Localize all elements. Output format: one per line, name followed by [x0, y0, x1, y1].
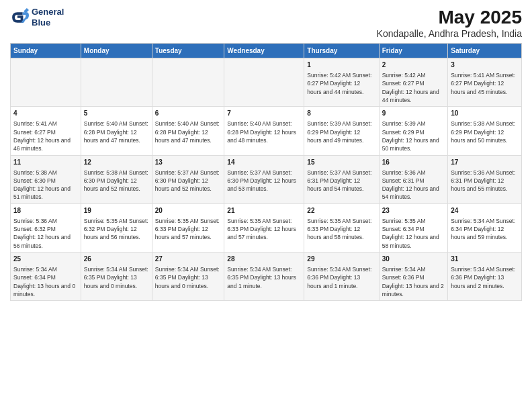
- day-number: 24: [451, 206, 519, 216]
- col-wednesday: Wednesday: [224, 44, 304, 58]
- calendar-header: Sunday Monday Tuesday Wednesday Thursday…: [11, 44, 522, 58]
- day-number: 21: [227, 206, 301, 216]
- cell-w0-d0: [11, 58, 81, 107]
- header: General Blue May 2025 Kondapalle, Andhra…: [10, 7, 522, 39]
- cell-w3-d4: 22Sunrise: 5:35 AM Sunset: 6:33 PM Dayli…: [304, 203, 379, 252]
- day-number: 7: [227, 109, 301, 118]
- day-info: Sunrise: 5:34 AM Sunset: 6:36 PM Dayligh…: [307, 265, 375, 290]
- day-number: 4: [13, 109, 78, 118]
- cell-w4-d2: 27Sunrise: 5:34 AM Sunset: 6:35 PM Dayli…: [152, 253, 224, 301]
- cell-w4-d5: 30Sunrise: 5:34 AM Sunset: 6:36 PM Dayli…: [379, 253, 448, 301]
- day-number: 9: [382, 109, 445, 118]
- day-info: Sunrise: 5:34 AM Sunset: 6:36 PM Dayligh…: [451, 265, 519, 290]
- day-info: Sunrise: 5:37 AM Sunset: 6:31 PM Dayligh…: [307, 169, 375, 193]
- day-number: 3: [451, 60, 519, 70]
- cell-w1-d6: 10Sunrise: 5:38 AM Sunset: 6:29 PM Dayli…: [448, 107, 522, 155]
- day-info: Sunrise: 5:38 AM Sunset: 6:30 PM Dayligh…: [13, 169, 78, 201]
- day-number: 31: [451, 255, 519, 264]
- cell-w2-d4: 15Sunrise: 5:37 AM Sunset: 6:31 PM Dayli…: [304, 155, 379, 203]
- day-info: Sunrise: 5:34 AM Sunset: 6:34 PM Dayligh…: [13, 265, 78, 298]
- day-info: Sunrise: 5:35 AM Sunset: 6:34 PM Dayligh…: [382, 217, 445, 250]
- day-info: Sunrise: 5:42 AM Sunset: 6:27 PM Dayligh…: [307, 71, 375, 96]
- day-number: 14: [227, 158, 301, 167]
- logo-line2: Blue: [32, 17, 64, 28]
- day-number: 18: [13, 206, 78, 216]
- day-info: Sunrise: 5:38 AM Sunset: 6:29 PM Dayligh…: [451, 120, 519, 144]
- cell-w0-d3: [224, 58, 304, 107]
- cell-w3-d0: 18Sunrise: 5:36 AM Sunset: 6:32 PM Dayli…: [11, 203, 81, 252]
- day-info: Sunrise: 5:35 AM Sunset: 6:32 PM Dayligh…: [84, 217, 149, 242]
- cell-w1-d1: 5Sunrise: 5:40 AM Sunset: 6:28 PM Daylig…: [81, 107, 152, 155]
- logo-icon: [10, 8, 29, 27]
- cell-w3-d6: 24Sunrise: 5:34 AM Sunset: 6:34 PM Dayli…: [448, 203, 522, 252]
- day-info: Sunrise: 5:42 AM Sunset: 6:27 PM Dayligh…: [382, 71, 445, 104]
- day-number: 19: [84, 206, 149, 216]
- page: General Blue May 2025 Kondapalle, Andhra…: [0, 0, 532, 411]
- week-row-3: 18Sunrise: 5:36 AM Sunset: 6:32 PM Dayli…: [11, 203, 522, 252]
- cell-w0-d4: 1Sunrise: 5:42 AM Sunset: 6:27 PM Daylig…: [304, 58, 379, 107]
- logo-text-block: General Blue: [32, 7, 64, 28]
- week-row-0: 1Sunrise: 5:42 AM Sunset: 6:27 PM Daylig…: [11, 58, 522, 107]
- day-number: 26: [84, 255, 149, 264]
- cell-w3-d5: 23Sunrise: 5:35 AM Sunset: 6:34 PM Dayli…: [379, 203, 448, 252]
- cell-w4-d0: 25Sunrise: 5:34 AM Sunset: 6:34 PM Dayli…: [11, 253, 81, 301]
- day-number: 11: [13, 158, 78, 167]
- day-info: Sunrise: 5:36 AM Sunset: 6:32 PM Dayligh…: [13, 217, 78, 250]
- logo: General Blue: [10, 7, 64, 28]
- col-saturday: Saturday: [448, 44, 522, 58]
- day-info: Sunrise: 5:36 AM Sunset: 6:31 PM Dayligh…: [382, 169, 445, 201]
- cell-w2-d5: 16Sunrise: 5:36 AM Sunset: 6:31 PM Dayli…: [379, 155, 448, 203]
- day-info: Sunrise: 5:39 AM Sunset: 6:29 PM Dayligh…: [307, 120, 375, 144]
- day-number: 20: [155, 206, 222, 216]
- day-info: Sunrise: 5:37 AM Sunset: 6:30 PM Dayligh…: [155, 169, 222, 193]
- subtitle: Kondapalle, Andhra Pradesh, India: [377, 28, 522, 39]
- day-number: 25: [13, 255, 78, 264]
- cell-w0-d5: 2Sunrise: 5:42 AM Sunset: 6:27 PM Daylig…: [379, 58, 448, 107]
- cell-w1-d0: 4Sunrise: 5:41 AM Sunset: 6:27 PM Daylig…: [11, 107, 81, 155]
- day-info: Sunrise: 5:41 AM Sunset: 6:27 PM Dayligh…: [13, 120, 78, 152]
- cell-w0-d6: 3Sunrise: 5:41 AM Sunset: 6:27 PM Daylig…: [448, 58, 522, 107]
- day-info: Sunrise: 5:41 AM Sunset: 6:27 PM Dayligh…: [451, 71, 519, 96]
- cell-w4-d3: 28Sunrise: 5:34 AM Sunset: 6:35 PM Dayli…: [224, 253, 304, 301]
- day-number: 15: [307, 158, 375, 167]
- day-info: Sunrise: 5:34 AM Sunset: 6:35 PM Dayligh…: [155, 265, 222, 290]
- col-tuesday: Tuesday: [152, 44, 224, 58]
- day-info: Sunrise: 5:40 AM Sunset: 6:28 PM Dayligh…: [84, 120, 149, 144]
- logo-line1: General: [32, 7, 64, 17]
- day-number: 13: [155, 158, 222, 167]
- day-info: Sunrise: 5:34 AM Sunset: 6:36 PM Dayligh…: [382, 265, 445, 298]
- day-info: Sunrise: 5:35 AM Sunset: 6:33 PM Dayligh…: [307, 217, 375, 242]
- day-info: Sunrise: 5:35 AM Sunset: 6:33 PM Dayligh…: [155, 217, 222, 242]
- cell-w2-d1: 12Sunrise: 5:38 AM Sunset: 6:30 PM Dayli…: [81, 155, 152, 203]
- day-info: Sunrise: 5:36 AM Sunset: 6:31 PM Dayligh…: [451, 169, 519, 193]
- day-info: Sunrise: 5:34 AM Sunset: 6:35 PM Dayligh…: [84, 265, 149, 290]
- cell-w2-d0: 11Sunrise: 5:38 AM Sunset: 6:30 PM Dayli…: [11, 155, 81, 203]
- week-row-4: 25Sunrise: 5:34 AM Sunset: 6:34 PM Dayli…: [11, 253, 522, 301]
- cell-w2-d6: 17Sunrise: 5:36 AM Sunset: 6:31 PM Dayli…: [448, 155, 522, 203]
- col-thursday: Thursday: [304, 44, 379, 58]
- day-info: Sunrise: 5:37 AM Sunset: 6:30 PM Dayligh…: [227, 169, 301, 193]
- cell-w3-d1: 19Sunrise: 5:35 AM Sunset: 6:32 PM Dayli…: [81, 203, 152, 252]
- week-row-1: 4Sunrise: 5:41 AM Sunset: 6:27 PM Daylig…: [11, 107, 522, 155]
- day-number: 12: [84, 158, 149, 167]
- cell-w1-d3: 7Sunrise: 5:40 AM Sunset: 6:28 PM Daylig…: [224, 107, 304, 155]
- cell-w2-d2: 13Sunrise: 5:37 AM Sunset: 6:30 PM Dayli…: [152, 155, 224, 203]
- calendar-table: Sunday Monday Tuesday Wednesday Thursday…: [10, 43, 522, 301]
- main-title: May 2025: [377, 7, 522, 28]
- day-info: Sunrise: 5:35 AM Sunset: 6:33 PM Dayligh…: [227, 217, 301, 242]
- cell-w0-d1: [81, 58, 152, 107]
- cell-w2-d3: 14Sunrise: 5:37 AM Sunset: 6:30 PM Dayli…: [224, 155, 304, 203]
- cell-w3-d2: 20Sunrise: 5:35 AM Sunset: 6:33 PM Dayli…: [152, 203, 224, 252]
- cell-w0-d2: [152, 58, 224, 107]
- cell-w4-d6: 31Sunrise: 5:34 AM Sunset: 6:36 PM Dayli…: [448, 253, 522, 301]
- col-monday: Monday: [81, 44, 152, 58]
- cell-w4-d1: 26Sunrise: 5:34 AM Sunset: 6:35 PM Dayli…: [81, 253, 152, 301]
- day-number: 10: [451, 109, 519, 118]
- day-number: 16: [382, 158, 445, 167]
- cell-w4-d4: 29Sunrise: 5:34 AM Sunset: 6:36 PM Dayli…: [304, 253, 379, 301]
- day-info: Sunrise: 5:40 AM Sunset: 6:28 PM Dayligh…: [155, 120, 222, 144]
- cell-w3-d3: 21Sunrise: 5:35 AM Sunset: 6:33 PM Dayli…: [224, 203, 304, 252]
- week-row-2: 11Sunrise: 5:38 AM Sunset: 6:30 PM Dayli…: [11, 155, 522, 203]
- day-number: 6: [155, 109, 222, 118]
- day-number: 17: [451, 158, 519, 167]
